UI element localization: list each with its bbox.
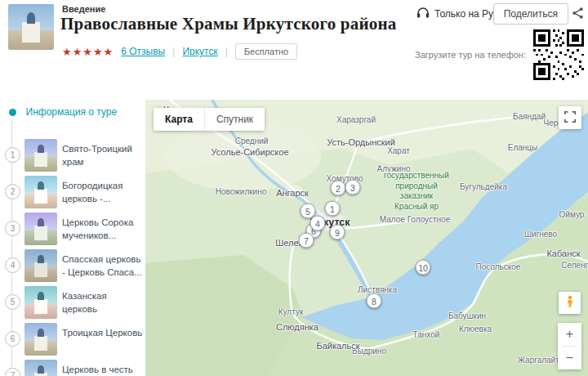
pegman-icon <box>564 294 577 312</box>
tour-cover-image <box>8 4 54 50</box>
stop-number-badge: 3 <box>5 221 20 236</box>
pegman-control[interactable] <box>559 292 581 314</box>
map-artwork <box>145 100 588 376</box>
tour-stop-item[interactable]: 6 Троицкая Церковь <box>7 321 145 358</box>
map-canvas[interactable]: Черемхово Средний Усолье-Сибирское Новож… <box>145 100 588 376</box>
tour-stop-item[interactable]: 1 Свято-Троицкий храм <box>7 137 145 174</box>
map-stop-marker[interactable]: 3 <box>345 180 361 195</box>
fullscreen-icon <box>564 110 577 126</box>
share-button[interactable]: Поделиться <box>493 3 568 25</box>
stop-number-badge: 5 <box>5 294 20 310</box>
fullscreen-button[interactable] <box>559 106 581 129</box>
tour-stop-item[interactable]: 3 Церковь Сорока мучеников... <box>7 211 145 248</box>
sidebar-item-tour-info[interactable]: Информация о туре <box>7 106 117 118</box>
tour-stop-item[interactable]: 7 Церковь в честь Казанской Иконы... <box>7 358 145 376</box>
stop-thumbnail <box>24 139 57 172</box>
map-stop-marker[interactable]: 1 <box>325 201 341 217</box>
zoom-control: + − <box>558 323 581 369</box>
stop-title: Богородицкая церковь -... <box>62 180 144 205</box>
stop-thumbnail <box>24 286 57 319</box>
qr-code <box>533 29 584 80</box>
stop-title: Троицкая Церковь <box>62 327 144 340</box>
stop-number-badge: 7 <box>5 368 20 376</box>
share-icon[interactable] <box>572 7 584 23</box>
map-stop-marker[interactable]: 10 <box>416 260 431 275</box>
tour-stop-item[interactable]: 4 Спасская церковь - Церковь Спаса... <box>7 248 145 284</box>
tour-meta-row: ★★★★★ 6 Отзывы | Иркутск | Бесплатно <box>62 43 297 60</box>
map-type-map-button[interactable]: Карта <box>154 108 204 131</box>
stop-title: Спасская церковь - Церковь Спаса... <box>62 253 144 279</box>
stop-title: Церковь Сорока мучеников... <box>62 217 144 242</box>
page: Введение Православные Храмы Иркутского р… <box>0 0 588 376</box>
tour-header: Введение Православные Храмы Иркутского р… <box>0 0 588 100</box>
stop-number-badge: 4 <box>5 257 20 273</box>
price-badge: Бесплатно <box>235 43 297 60</box>
city-link[interactable]: Иркутск <box>182 46 217 57</box>
headphones-icon <box>416 7 430 20</box>
separator: | <box>225 46 228 57</box>
stop-thumbnail <box>24 249 57 282</box>
stop-title: Казанская церковь <box>62 290 144 316</box>
reviews-link[interactable]: 6 Отзывы <box>121 46 165 57</box>
tour-stops-sidebar: Информация о туре 1 Свято-Троицкий храм … <box>7 100 145 376</box>
qr-download-hint: Загрузите тур на телефон: <box>415 50 526 60</box>
stop-thumbnail <box>24 176 57 208</box>
stop-number-badge: 2 <box>5 184 20 199</box>
map-stop-marker[interactable]: 2 <box>331 181 346 196</box>
stop-thumbnail <box>24 323 57 356</box>
stop-thumbnail <box>24 213 57 245</box>
separator: | <box>172 46 175 57</box>
zoom-in-button[interactable]: + <box>558 323 581 346</box>
map-type-control: Карта Спутник <box>154 108 265 131</box>
breadcrumb: Введение <box>62 4 105 14</box>
tour-info-label: Информация о туре <box>26 106 118 118</box>
stop-number-badge: 6 <box>5 331 20 347</box>
stops-list: 1 Свято-Троицкий храм 2 Богородицкая цер… <box>7 137 145 376</box>
stop-title: Свято-Троицкий храм <box>62 143 144 168</box>
stop-thumbnail <box>24 360 57 376</box>
map-type-satellite-button[interactable]: Спутник <box>204 108 265 131</box>
page-title: Православные Храмы Иркутского района <box>60 14 396 34</box>
stop-number-badge: 1 <box>5 147 20 163</box>
map-stop-marker[interactable]: 8 <box>367 293 382 309</box>
map-stop-marker[interactable]: 7 <box>299 233 314 248</box>
tour-stop-item[interactable]: 5 Казанская церковь <box>7 284 145 321</box>
zoom-out-button[interactable]: − <box>558 347 581 369</box>
tour-stop-item[interactable]: 2 Богородицкая церковь -... <box>7 174 145 211</box>
map-stop-marker[interactable]: 9 <box>330 225 345 240</box>
map-stop-marker[interactable]: 4 <box>310 216 326 231</box>
bullet-dot-icon <box>9 109 16 116</box>
stop-title: Церковь в честь Казанской Иконы... <box>62 364 144 376</box>
star-rating: ★★★★★ <box>62 47 114 57</box>
